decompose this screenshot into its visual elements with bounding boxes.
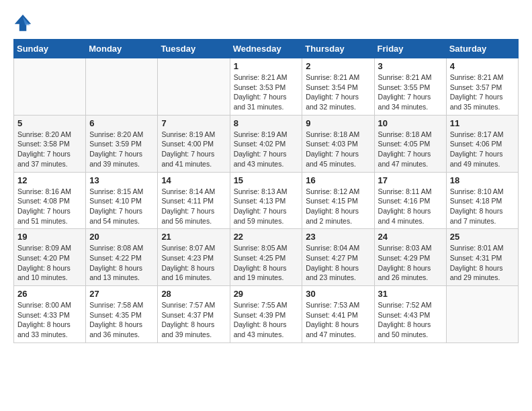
logo-icon	[13, 13, 32, 32]
day-info: Sunrise: 8:04 AMSunset: 4:27 PMDaylight:…	[306, 243, 370, 283]
day-info: Sunrise: 8:19 AMSunset: 4:00 PMDaylight:…	[161, 130, 226, 169]
day-number: 29	[234, 289, 299, 299]
day-info: Sunrise: 8:07 AMSunset: 4:23 PMDaylight:…	[161, 243, 226, 283]
day-info: Sunrise: 8:15 AMSunset: 4:10 PMDaylight:…	[89, 187, 154, 226]
calendar-week-2: 5Sunrise: 8:20 AMSunset: 3:58 PMDaylight…	[14, 115, 519, 172]
calendar-table: SundayMondayTuesdayWednesdayThursdayFrid…	[13, 39, 519, 343]
day-info: Sunrise: 8:21 AMSunset: 3:55 PMDaylight:…	[378, 73, 443, 112]
calendar-cell: 11Sunrise: 8:17 AMSunset: 4:06 PMDayligh…	[446, 115, 518, 172]
weekday-header-friday: Friday	[374, 40, 446, 58]
day-number: 21	[161, 232, 226, 242]
day-info: Sunrise: 8:12 AMSunset: 4:15 PMDaylight:…	[306, 187, 370, 226]
day-info: Sunrise: 8:19 AMSunset: 4:02 PMDaylight:…	[234, 130, 299, 169]
day-number: 10	[378, 118, 443, 128]
day-number: 28	[161, 289, 226, 299]
calendar-cell: 3Sunrise: 8:21 AMSunset: 3:55 PMDaylight…	[374, 58, 446, 116]
weekday-header-saturday: Saturday	[446, 40, 518, 58]
day-info: Sunrise: 8:20 AMSunset: 3:58 PMDaylight:…	[17, 130, 82, 169]
day-number: 25	[450, 232, 515, 242]
day-info: Sunrise: 8:18 AMSunset: 4:05 PMDaylight:…	[378, 130, 443, 169]
day-info: Sunrise: 7:58 AMSunset: 4:35 PMDaylight:…	[89, 300, 154, 340]
day-info: Sunrise: 7:57 AMSunset: 4:37 PMDaylight:…	[161, 300, 226, 340]
day-number: 4	[450, 61, 515, 71]
weekday-header-wednesday: Wednesday	[230, 40, 302, 58]
day-number: 16	[306, 175, 370, 185]
day-number: 8	[234, 118, 299, 128]
page-header	[13, 13, 519, 32]
day-number: 2	[306, 61, 370, 71]
calendar-cell: 6Sunrise: 8:20 AMSunset: 3:59 PMDaylight…	[86, 115, 158, 172]
day-number: 5	[17, 118, 82, 128]
calendar-cell: 27Sunrise: 7:58 AMSunset: 4:35 PMDayligh…	[86, 286, 158, 343]
day-number: 26	[17, 289, 82, 299]
calendar-cell: 10Sunrise: 8:18 AMSunset: 4:05 PMDayligh…	[374, 115, 446, 172]
day-info: Sunrise: 7:52 AMSunset: 4:43 PMDaylight:…	[378, 300, 443, 340]
weekday-header-monday: Monday	[86, 40, 158, 58]
day-number: 11	[450, 118, 515, 128]
calendar-cell: 12Sunrise: 8:16 AMSunset: 4:08 PMDayligh…	[14, 172, 86, 229]
day-info: Sunrise: 7:55 AMSunset: 4:39 PMDaylight:…	[234, 300, 299, 340]
day-info: Sunrise: 8:08 AMSunset: 4:22 PMDaylight:…	[89, 243, 154, 283]
day-number: 30	[306, 289, 370, 299]
day-info: Sunrise: 8:17 AMSunset: 4:06 PMDaylight:…	[450, 130, 515, 169]
calendar-cell: 17Sunrise: 8:11 AMSunset: 4:16 PMDayligh…	[374, 172, 446, 229]
calendar-cell: 9Sunrise: 8:18 AMSunset: 4:03 PMDaylight…	[302, 115, 374, 172]
day-info: Sunrise: 8:21 AMSunset: 3:53 PMDaylight:…	[234, 73, 299, 112]
day-number: 31	[378, 289, 443, 299]
day-number: 1	[234, 61, 299, 71]
calendar-cell: 2Sunrise: 8:21 AMSunset: 3:54 PMDaylight…	[302, 58, 374, 116]
weekday-header-tuesday: Tuesday	[158, 40, 230, 58]
calendar-cell: 22Sunrise: 8:05 AMSunset: 4:25 PMDayligh…	[230, 229, 302, 286]
calendar-cell: 28Sunrise: 7:57 AMSunset: 4:37 PMDayligh…	[158, 286, 230, 343]
weekday-header-thursday: Thursday	[302, 40, 374, 58]
calendar-cell: 20Sunrise: 8:08 AMSunset: 4:22 PMDayligh…	[86, 229, 158, 286]
calendar-week-3: 12Sunrise: 8:16 AMSunset: 4:08 PMDayligh…	[14, 172, 519, 229]
weekday-header-sunday: Sunday	[14, 40, 86, 58]
calendar-cell: 14Sunrise: 8:14 AMSunset: 4:11 PMDayligh…	[158, 172, 230, 229]
calendar-cell: 29Sunrise: 7:55 AMSunset: 4:39 PMDayligh…	[230, 286, 302, 343]
day-number: 7	[161, 118, 226, 128]
day-info: Sunrise: 8:03 AMSunset: 4:29 PMDaylight:…	[378, 243, 443, 283]
calendar-cell: 19Sunrise: 8:09 AMSunset: 4:20 PMDayligh…	[14, 229, 86, 286]
calendar-cell: 1Sunrise: 8:21 AMSunset: 3:53 PMDaylight…	[230, 58, 302, 116]
calendar-cell: 21Sunrise: 8:07 AMSunset: 4:23 PMDayligh…	[158, 229, 230, 286]
calendar-cell	[158, 58, 230, 116]
calendar-week-1: 1Sunrise: 8:21 AMSunset: 3:53 PMDaylight…	[14, 58, 519, 116]
day-number: 13	[89, 175, 154, 185]
day-info: Sunrise: 8:20 AMSunset: 3:59 PMDaylight:…	[89, 130, 154, 169]
day-number: 23	[306, 232, 370, 242]
day-info: Sunrise: 8:13 AMSunset: 4:13 PMDaylight:…	[234, 187, 299, 226]
day-info: Sunrise: 8:11 AMSunset: 4:16 PMDaylight:…	[378, 187, 443, 226]
day-number: 12	[17, 175, 82, 185]
day-number: 20	[89, 232, 154, 242]
day-info: Sunrise: 8:21 AMSunset: 3:54 PMDaylight:…	[306, 73, 370, 112]
day-info: Sunrise: 8:01 AMSunset: 4:31 PMDaylight:…	[450, 243, 515, 283]
day-info: Sunrise: 8:16 AMSunset: 4:08 PMDaylight:…	[17, 187, 82, 226]
calendar-cell: 8Sunrise: 8:19 AMSunset: 4:02 PMDaylight…	[230, 115, 302, 172]
calendar-cell: 4Sunrise: 8:21 AMSunset: 3:57 PMDaylight…	[446, 58, 518, 116]
day-number: 15	[234, 175, 299, 185]
calendar-cell	[446, 286, 518, 343]
calendar-cell: 18Sunrise: 8:10 AMSunset: 4:18 PMDayligh…	[446, 172, 518, 229]
calendar-cell: 23Sunrise: 8:04 AMSunset: 4:27 PMDayligh…	[302, 229, 374, 286]
day-number: 22	[234, 232, 299, 242]
weekday-header-row: SundayMondayTuesdayWednesdayThursdayFrid…	[14, 40, 519, 58]
day-info: Sunrise: 8:18 AMSunset: 4:03 PMDaylight:…	[306, 130, 370, 169]
svg-marker-0	[15, 15, 32, 32]
day-info: Sunrise: 8:00 AMSunset: 4:33 PMDaylight:…	[17, 300, 82, 340]
day-number: 6	[89, 118, 154, 128]
day-number: 17	[378, 175, 443, 185]
day-info: Sunrise: 8:09 AMSunset: 4:20 PMDaylight:…	[17, 243, 82, 283]
calendar-cell	[14, 58, 86, 116]
calendar-week-4: 19Sunrise: 8:09 AMSunset: 4:20 PMDayligh…	[14, 229, 519, 286]
calendar-cell: 15Sunrise: 8:13 AMSunset: 4:13 PMDayligh…	[230, 172, 302, 229]
day-number: 27	[89, 289, 154, 299]
day-number: 19	[17, 232, 82, 242]
calendar-cell: 13Sunrise: 8:15 AMSunset: 4:10 PMDayligh…	[86, 172, 158, 229]
calendar-cell: 24Sunrise: 8:03 AMSunset: 4:29 PMDayligh…	[374, 229, 446, 286]
calendar-cell: 16Sunrise: 8:12 AMSunset: 4:15 PMDayligh…	[302, 172, 374, 229]
calendar-cell: 31Sunrise: 7:52 AMSunset: 4:43 PMDayligh…	[374, 286, 446, 343]
calendar-cell: 5Sunrise: 8:20 AMSunset: 3:58 PMDaylight…	[14, 115, 86, 172]
calendar-week-5: 26Sunrise: 8:00 AMSunset: 4:33 PMDayligh…	[14, 286, 519, 343]
calendar-cell: 30Sunrise: 7:53 AMSunset: 4:41 PMDayligh…	[302, 286, 374, 343]
